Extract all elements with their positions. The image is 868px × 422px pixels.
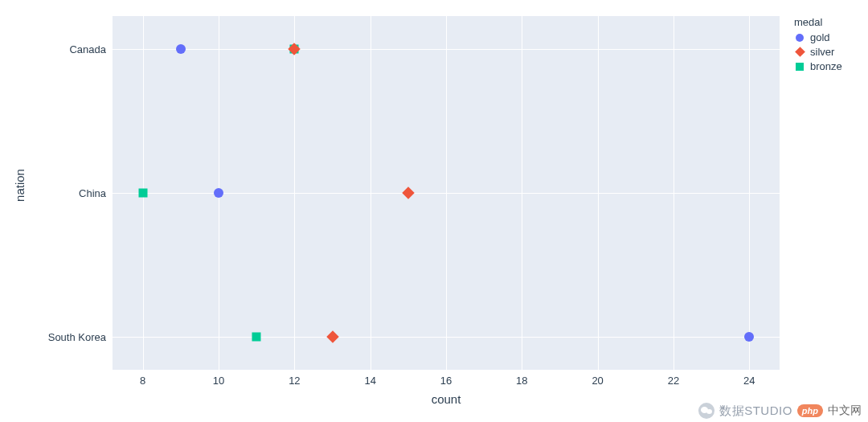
legend-label: gold	[810, 31, 830, 43]
x-tick-label: 10	[207, 375, 231, 387]
point-silver[interactable]	[402, 186, 415, 199]
point-bronze[interactable]	[138, 189, 147, 198]
point-bronze[interactable]	[252, 333, 261, 342]
x-tick-label: 20	[586, 375, 610, 387]
y-tick-label: South Korea	[10, 331, 106, 343]
watermark-studio-text: 数据STUDIO	[719, 404, 792, 419]
x-tick-label: 14	[358, 375, 383, 387]
point-gold[interactable]	[744, 332, 754, 342]
x-tick-label: 16	[434, 375, 458, 387]
point-silver[interactable]	[326, 330, 339, 343]
circle-icon	[794, 32, 805, 43]
legend-item-bronze[interactable]: bronze	[794, 60, 842, 72]
watermark-cn-text: 中文网	[828, 404, 862, 418]
square-icon	[794, 61, 805, 72]
x-tick-label: 22	[661, 375, 686, 387]
plot-area[interactable]	[113, 16, 780, 370]
wechat-icon	[698, 403, 714, 419]
x-tick-label: 24	[737, 375, 761, 387]
watermark: 数据STUDIO php 中文网	[698, 403, 862, 419]
point-gold[interactable]	[176, 44, 186, 54]
gridline-h	[113, 49, 780, 50]
y-axis-title: nation	[11, 0, 27, 370]
y-tick-label: Canada	[10, 43, 106, 55]
legend-title: medal	[794, 16, 842, 28]
legend-label: bronze	[810, 60, 842, 72]
legend-label: silver	[810, 46, 834, 58]
gridline-h	[113, 193, 780, 194]
legend-item-silver[interactable]: silver	[794, 46, 842, 58]
x-tick-label: 18	[510, 375, 534, 387]
point-gold[interactable]	[214, 188, 223, 198]
diamond-icon	[794, 47, 805, 58]
php-badge: php	[797, 404, 823, 417]
x-tick-label: 8	[131, 375, 155, 387]
y-tick-label: China	[10, 187, 106, 199]
chart-container: nation Canada China South Korea 8 10	[0, 0, 868, 422]
legend-item-gold[interactable]: gold	[794, 31, 842, 43]
x-tick-label: 12	[282, 375, 306, 387]
x-axis-title: count	[113, 392, 780, 406]
legend: medal gold silver bronze	[794, 16, 842, 75]
gridline-h	[113, 337, 780, 338]
